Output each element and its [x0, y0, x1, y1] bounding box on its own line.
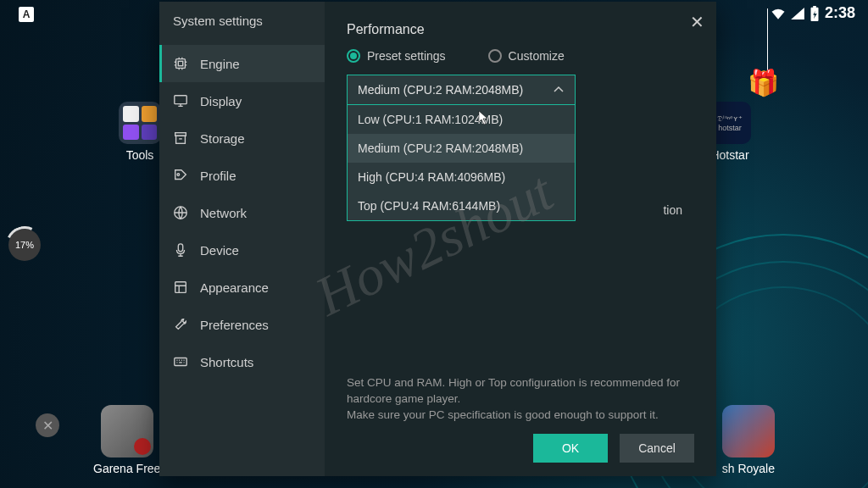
keyboard-icon — [173, 354, 188, 369]
radio-row: Preset settings Customize — [347, 49, 694, 63]
sidebar-item-network[interactable]: Network — [159, 194, 325, 231]
layout-icon — [173, 280, 188, 295]
desktop-icon-tools[interactable]: Tools — [119, 102, 161, 162]
svg-rect-2 — [176, 59, 186, 69]
footer-line2: Make sure your PC specification is good … — [347, 408, 659, 421]
royale-label: sh Royale — [722, 462, 775, 475]
dropdown-option-high[interactable]: High (CPU:4 RAM:4096MB) — [348, 163, 575, 191]
radio-preset[interactable]: Preset settings — [347, 49, 446, 63]
settings-sidebar: System settings Engine Display Storage P… — [159, 2, 325, 476]
tools-label: Tools — [126, 148, 154, 162]
dropdown-selected[interactable]: Medium (CPU:2 RAM:2048MB) — [348, 75, 575, 104]
cursor-icon — [478, 110, 490, 129]
hotstar-bottom: hotstar — [718, 124, 742, 132]
garena-badge-icon — [134, 438, 151, 455]
obscured-text: tion — [663, 203, 682, 217]
svg-rect-3 — [178, 61, 182, 65]
sidebar-item-label: Storage — [200, 131, 245, 146]
percentage-indicator[interactable]: 17% — [8, 229, 41, 261]
wifi-icon — [771, 8, 786, 19]
status-time: 2:38 — [825, 4, 855, 22]
sidebar-item-storage[interactable]: Storage — [159, 119, 325, 157]
archive-icon — [173, 130, 188, 146]
royale-thumb — [722, 405, 775, 458]
preset-dropdown: Medium (CPU:2 RAM:2048MB) Low (CPU:1 RAM… — [347, 75, 576, 221]
tag-icon — [173, 168, 188, 183]
svg-point-7 — [177, 174, 180, 176]
dropdown-option-top[interactable]: Top (CPU:4 RAM:6144MB) — [348, 191, 575, 220]
sidebar-item-appearance[interactable]: Appearance — [159, 269, 325, 306]
gift-line — [767, 8, 768, 72]
panel-heading: Performance — [347, 22, 694, 37]
sidebar-item-display[interactable]: Display — [159, 82, 325, 119]
svg-rect-4 — [175, 96, 186, 104]
svg-rect-1 — [813, 6, 816, 8]
close-bubble[interactable]: ✕ — [36, 413, 59, 437]
sidebar-item-label: Shortcuts — [200, 355, 253, 369]
sidebar-item-label: Engine — [200, 57, 240, 71]
dropdown-options: Low (CPU:1 RAM:1024MB) Medium (CPU:2 RAM… — [348, 104, 575, 220]
svg-rect-11 — [175, 358, 186, 366]
sidebar-item-device[interactable]: Device — [159, 231, 325, 269]
sidebar-item-label: Device — [200, 243, 239, 258]
gift-icon[interactable]: 🎁 — [748, 68, 779, 97]
radio-preset-label: Preset settings — [367, 49, 446, 63]
tools-folder-icon — [119, 102, 161, 144]
battery-icon — [810, 6, 820, 21]
svg-rect-9 — [178, 244, 182, 252]
radio-customize[interactable]: Customize — [488, 49, 565, 63]
sidebar-item-label: Profile — [200, 169, 236, 183]
settings-title: System settings — [159, 2, 325, 45]
svg-rect-10 — [175, 282, 186, 293]
svg-rect-6 — [176, 136, 186, 143]
cpu-icon — [173, 56, 188, 71]
settings-modal: System settings Engine Display Storage P… — [159, 2, 716, 476]
sidebar-item-shortcuts[interactable]: Shortcuts — [159, 343, 325, 380]
sidebar-item-preferences[interactable]: Preferences — [159, 306, 325, 343]
signal-icon — [791, 8, 804, 19]
settings-main-panel: ✕ Performance Preset settings Customize … — [325, 2, 716, 476]
garena-label: Garena Free — [93, 462, 160, 475]
dropdown-option-medium[interactable]: Medium (CPU:2 RAM:2048MB) — [348, 134, 575, 163]
footer-help-text: Set CPU and RAM. High or Top configurati… — [347, 375, 694, 424]
status-bar: 2:38 — [771, 4, 855, 22]
chevron-up-icon — [553, 83, 565, 97]
footer-line1: Set CPU and RAM. High or Top configurati… — [347, 376, 680, 405]
garena-thumb — [101, 405, 153, 458]
sidebar-item-engine[interactable]: Engine — [159, 45, 325, 82]
sidebar-item-label: Network — [200, 206, 247, 220]
cancel-button[interactable]: Cancel — [620, 434, 694, 463]
sidebar-item-profile[interactable]: Profile — [159, 157, 325, 194]
sidebar-item-label: Appearance — [200, 280, 269, 295]
dropdown-selected-label: Medium (CPU:2 RAM:2048MB) — [358, 83, 523, 97]
close-button[interactable]: ✕ — [690, 12, 704, 32]
hotstar-top: 𝔇ᴵˢⁿᵉʏ⁺ — [717, 114, 743, 124]
desktop-icon-royale[interactable]: sh Royale — [722, 405, 775, 475]
topleft-badge: A — [19, 7, 34, 22]
monitor-icon — [173, 93, 188, 108]
radio-customize-label: Customize — [509, 49, 565, 63]
mic-icon — [173, 242, 188, 258]
globe-icon — [173, 205, 188, 220]
wrench-icon — [173, 317, 188, 332]
sidebar-item-label: Display — [200, 94, 242, 108]
percentage-value: 17% — [15, 240, 34, 250]
button-row: OK Cancel — [533, 434, 694, 463]
dropdown-option-low[interactable]: Low (CPU:1 RAM:1024MB) — [348, 105, 575, 134]
desktop-icon-garena[interactable]: Garena Free — [93, 405, 160, 475]
hotstar-label: Hotstar — [710, 148, 748, 162]
radio-unselected-icon — [488, 49, 502, 63]
radio-selected-icon — [347, 49, 360, 63]
ok-button[interactable]: OK — [533, 434, 608, 463]
sidebar-item-label: Preferences — [200, 318, 269, 332]
